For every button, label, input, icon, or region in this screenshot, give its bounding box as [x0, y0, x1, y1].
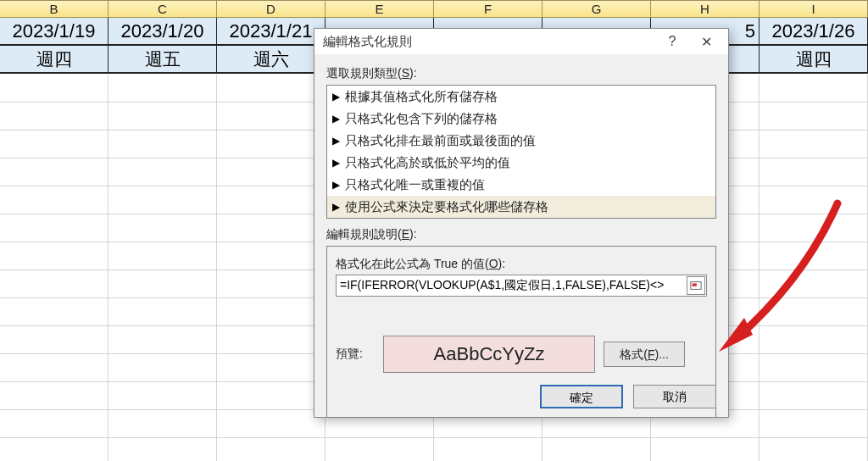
- rule-type-item[interactable]: ▶只格式化唯一或重複的值: [327, 174, 715, 196]
- col-header[interactable]: I: [760, 1, 868, 17]
- rule-type-item[interactable]: ▶只格式化包含下列的儲存格: [327, 108, 715, 130]
- rule-type-item[interactable]: ▶只格式化排在最前面或最後面的值: [327, 130, 715, 152]
- weekday-cell[interactable]: 週五: [108, 46, 217, 74]
- rule-type-list: ▶根據其值格式化所有儲存格 ▶只格式化包含下列的儲存格 ▶只格式化排在最前面或最…: [326, 85, 716, 219]
- preview-box: AaBbCcYyZz: [383, 336, 595, 373]
- play-arrow-icon: ▶: [332, 132, 340, 149]
- formula-label: 格式化在此公式為 True 的值(O):: [336, 257, 707, 272]
- weekday-cell[interactable]: 週六: [217, 46, 326, 74]
- col-header[interactable]: B: [0, 1, 108, 17]
- date-cell[interactable]: 2023/1/26: [760, 18, 868, 46]
- play-arrow-icon: ▶: [332, 198, 340, 215]
- play-arrow-icon: ▶: [332, 154, 340, 171]
- collapse-dialog-icon: [690, 280, 702, 292]
- date-cell[interactable]: 2023/1/19: [0, 18, 108, 46]
- format-button[interactable]: 格式(F)...: [604, 342, 685, 367]
- close-button[interactable]: ✕: [689, 34, 723, 50]
- edit-format-rule-dialog: 編輯格式化規則 ? ✕ 選取規則類型(S): ▶根據其值格式化所有儲存格 ▶只格…: [314, 28, 729, 418]
- col-header[interactable]: F: [434, 1, 542, 17]
- play-arrow-icon: ▶: [332, 110, 340, 127]
- column-headers: B C D E F G H I: [0, 0, 868, 18]
- rule-type-item-selected[interactable]: ▶使用公式來決定要格式化哪些儲存格: [327, 196, 715, 218]
- dialog-title: 編輯格式化規則: [323, 34, 655, 50]
- rule-description-label: 編輯規則說明(E):: [326, 227, 716, 242]
- play-arrow-icon: ▶: [332, 176, 340, 193]
- help-button[interactable]: ?: [655, 34, 689, 49]
- col-header[interactable]: G: [542, 1, 651, 17]
- rule-type-label: 選取規則類型(S):: [326, 66, 716, 81]
- rule-type-item[interactable]: ▶根據其值格式化所有儲存格: [327, 86, 715, 108]
- col-header[interactable]: E: [326, 1, 434, 17]
- svg-rect-1: [693, 283, 697, 286]
- date-cell[interactable]: 2023/1/21: [217, 18, 326, 46]
- weekday-cell[interactable]: 週四: [760, 46, 868, 74]
- col-header[interactable]: D: [217, 1, 326, 17]
- rule-type-item[interactable]: ▶只格式化高於或低於平均的值: [327, 152, 715, 174]
- range-picker-button[interactable]: [687, 276, 705, 295]
- ok-button[interactable]: 確定: [540, 385, 623, 408]
- date-cell[interactable]: 2023/1/20: [108, 18, 217, 46]
- preview-label: 預覽:: [336, 347, 375, 362]
- col-header[interactable]: H: [651, 1, 760, 17]
- cancel-button[interactable]: 取消: [633, 385, 716, 408]
- weekday-cell[interactable]: 週四: [0, 46, 108, 74]
- play-arrow-icon: ▶: [332, 88, 340, 105]
- col-header[interactable]: C: [108, 1, 217, 17]
- dialog-titlebar[interactable]: 編輯格式化規則 ? ✕: [314, 29, 728, 54]
- formula-input[interactable]: [336, 275, 707, 297]
